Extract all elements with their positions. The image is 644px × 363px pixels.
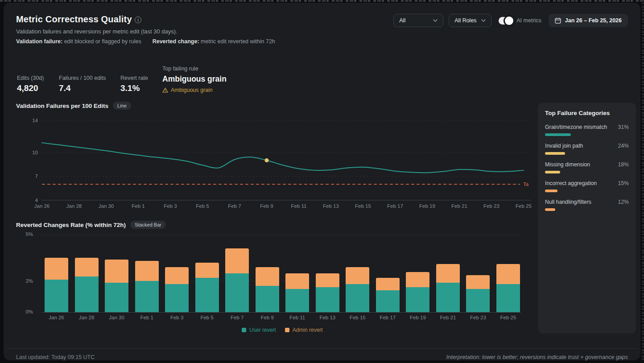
line-chart: 141074TaJan 26Jan 28Jan 30Feb 1Feb 3Feb … [4,114,539,212]
bar-y-tick: 5% [11,231,33,237]
last-updated-text: Last updated: Today 09:15 UTC [16,354,95,360]
page-title: Metric Correctness Quality [16,14,132,25]
stacked-bar [436,235,460,312]
user-revert-segment [496,284,520,312]
admin-revert-segment [105,260,128,283]
page-subtitle: Validation failures and reversions per m… [16,28,178,35]
roles-select-value: All Roles [454,17,476,24]
ai-metrics-toggle-group: AI metrics [499,17,541,25]
line-x-tick: Feb 7 [228,203,241,209]
failure-category-percent: 31% [618,124,629,130]
line-y-tick: 10 [32,150,38,155]
stacked-bar [466,235,490,312]
failure-category-percent: 12% [618,199,629,205]
legend-swatch [242,328,246,332]
user-revert-segment [75,276,99,312]
admin-revert-segment [285,273,309,289]
line-y-tick: 7 [35,173,38,179]
stacked-bar [406,235,429,312]
line-y-tick: 14 [32,118,38,123]
bar-chart-title: Reverted Changes Rate (% within 72h) [16,222,126,228]
toggle-knob [505,16,513,25]
highlighted-point[interactable] [265,158,269,162]
legend-item: User revert [242,327,276,333]
bar-x-tick: Feb 19 [406,315,429,320]
failure-category-label: Null handling/filters [545,199,591,205]
kpi-revert-label: Revert rate [120,75,148,81]
failure-category-item: Incorrect aggregation15% [545,180,629,192]
panel-title: Top Failure Categories [545,110,629,116]
bar-x-tick: Feb 1 [135,315,159,320]
stacked-bar [316,235,339,312]
failure-category-bar [545,190,557,192]
line-x-tick: Feb 23 [483,203,500,209]
line-chart-header: Validation Failures per 100 Edits Line [16,102,131,110]
user-revert-segment [135,281,159,312]
line-x-tick: Feb 17 [387,203,403,209]
admin-revert-segment [195,263,219,278]
legend-label: Admin revert [293,327,323,333]
bar-y-tick: 2% [11,278,33,284]
line-x-tick: Feb 25 [516,203,532,209]
admin-revert-segment [406,272,429,288]
user-revert-segment [376,290,400,312]
bar-x-tick: Feb 13 [316,315,339,320]
roles-select[interactable]: All Roles [449,14,491,27]
bar-x-tick: Jan 28 [75,315,99,320]
line-x-tick: Feb 3 [164,203,177,209]
bar-x-tick: Feb 3 [165,315,189,320]
admin-revert-segment [436,264,460,283]
definition-term: Validation failure: [16,38,62,45]
line-x-tick: Jan 28 [66,203,82,209]
failure-category-item: Grain/timezone mismatch31% [545,124,629,136]
user-revert-segment [256,286,279,312]
user-revert-segment [466,289,490,312]
bar-x-tick: Feb 15 [346,315,369,320]
date-range-picker[interactable]: Jan 26 – Feb 25, 2026 [549,14,628,27]
scope-select[interactable]: All [393,14,443,27]
failure-category-label: Incorrect aggregation [545,180,597,186]
bar-x-axis-labels: Jan 26Jan 28Jan 30Feb 1Feb 3Feb 5Feb 7Fe… [45,315,520,320]
line-x-tick: Feb 11 [291,203,307,209]
failure-category-item: Missing dimension18% [545,161,629,173]
kpi-failures-label: Failures / 100 edits [59,75,106,81]
bar-chart-header: Reverted Changes Rate (% within 72h) Sta… [16,221,166,229]
definition-term: Reverted change: [153,38,199,45]
user-revert-segment [195,278,219,312]
bar-x-tick: Feb 7 [225,315,249,320]
admin-revert-segment [316,273,339,287]
clipped-content-artifact-top [0,0,644,2]
interpretation-text: Interpretation: lower is better; reversi… [446,354,628,360]
bar-y-tick: 0% [11,309,33,314]
failure-category-label: Grain/timezone mismatch [545,124,607,130]
stacked-bar [105,235,128,312]
stacked-bar [75,235,99,312]
legend-item: Admin revert [285,327,323,333]
line-x-tick: Feb 21 [451,203,467,209]
failure-category-bar [545,152,565,155]
line-x-tick: Feb 13 [323,203,339,209]
top-failing-rule-warning: Ambiguous grain [162,87,213,93]
line-x-tick: Feb 19 [419,203,435,209]
info-icon[interactable]: i [135,16,141,23]
admin-revert-segment [496,264,520,284]
stacked-bar [256,235,279,312]
ai-metrics-toggle[interactable] [499,17,512,25]
line-x-tick: Jan 26 [34,203,50,209]
footer-divider [7,348,637,349]
date-range-value: Jan 26 – Feb 25, 2026 [565,17,622,24]
scope-select-value: All [399,17,405,24]
target-line-label: Ta [523,182,529,187]
top-failure-categories-panel: Top Failure Categories Grain/timezone mi… [538,103,636,334]
stacked-bar [496,235,520,312]
admin-revert-segment [376,278,400,290]
failure-category-percent: 15% [618,180,629,186]
failure-category-bar [545,208,555,211]
user-revert-segment [45,280,68,312]
warning-triangle-icon [162,87,168,93]
line-x-tick: Feb 5 [196,203,209,209]
kpi-revert-value: 3.1% [120,83,140,93]
top-failing-rule-value: Ambiguous grain [162,74,227,84]
kpi-failures-value: 7.4 [59,83,70,93]
bar-chart-baseline [42,312,521,313]
